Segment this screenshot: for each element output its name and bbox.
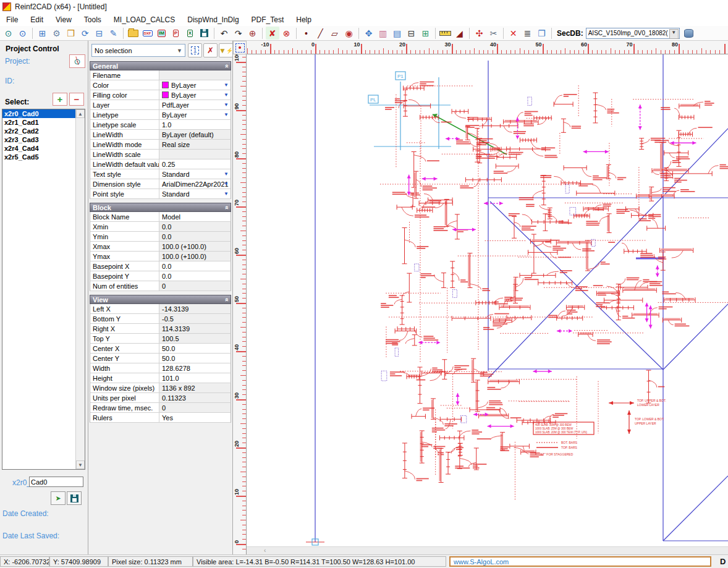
menu-file[interactable]: File — [0, 15, 24, 24]
clear-selection-button[interactable]: ✗ — [203, 43, 218, 57]
package-icon[interactable]: ❒ — [64, 27, 78, 40]
draw-line-icon[interactable]: ╱ — [314, 27, 328, 40]
section-header-view[interactable]: View» — [90, 295, 231, 304]
redo-icon[interactable]: ↷ — [232, 27, 245, 40]
save-cad-button[interactable] — [67, 491, 82, 505]
property-value[interactable]: 50.0 — [159, 344, 231, 353]
preview-cad-icon[interactable]: ⊙ — [16, 27, 30, 40]
plan-window-icon[interactable]: ✥ — [362, 27, 376, 40]
menu-pdf_test[interactable]: PDF_Test — [245, 15, 290, 24]
cad-list-item[interactable]: x2r1_Cad1 — [2, 118, 85, 127]
cad-list-item[interactable]: x2r2_Cad2 — [2, 127, 85, 135]
delete-all-icon[interactable]: ✕ — [507, 27, 520, 40]
draw-point-icon[interactable]: • — [300, 27, 313, 40]
preview-project-icon[interactable]: ⊙ — [2, 27, 15, 40]
book-window-icon[interactable]: ▤ — [391, 27, 404, 40]
collapse-icon[interactable]: » — [222, 297, 230, 301]
apply-rename-button[interactable]: ➤ — [51, 491, 66, 505]
property-value[interactable]: 0.0 — [159, 222, 231, 231]
rename-input[interactable] — [29, 477, 83, 487]
property-value[interactable]: 128.6278 — [159, 363, 231, 373]
property-value[interactable]: ByLayer (default) — [159, 130, 231, 139]
slope-icon[interactable]: ◢ — [453, 27, 467, 40]
dropdown-icon[interactable]: ▼ — [224, 112, 229, 117]
property-value[interactable]: 100.5 — [159, 334, 231, 343]
reinf-plan-icon[interactable]: ✣ — [473, 27, 486, 40]
property-value[interactable]: 1.0 — [159, 120, 231, 129]
dropdown-icon[interactable]: ▼ — [224, 82, 229, 88]
property-value[interactable]: 100.0 (+100.0) — [159, 252, 231, 261]
property-value[interactable]: Yes — [159, 413, 231, 422]
secdb-combo[interactable]: AISC_V150Imp_0V0_18082(▼ — [586, 28, 680, 39]
cad-list-item[interactable]: x2r0_Cad0 — [2, 109, 85, 118]
property-value[interactable]: 0 — [159, 403, 231, 412]
section-header-block[interactable]: Block» — [90, 203, 231, 212]
dropdown-icon[interactable]: ▼ — [224, 191, 229, 197]
show-count-button[interactable]: 1 — [188, 43, 202, 57]
horizontal-scrollbar[interactable]: ‹ — [247, 546, 728, 554]
menu-edit[interactable]: Edit — [24, 15, 49, 24]
add-cad-button[interactable]: + — [53, 93, 67, 106]
property-value[interactable]: 100.0 (+100.0) — [159, 242, 231, 251]
property-value[interactable]: ByLayer▼ — [159, 90, 231, 100]
property-value[interactable]: ArialDimen22Apr2021▼ — [159, 179, 231, 189]
delete-aux-icon[interactable]: ✘ — [266, 27, 279, 40]
open-icon[interactable] — [127, 27, 140, 40]
layer-list-icon[interactable]: ≣ — [521, 27, 535, 40]
property-value[interactable]: 0.25 — [159, 159, 231, 169]
property-value[interactable] — [159, 70, 231, 80]
property-value[interactable]: 1136 x 892 — [159, 383, 231, 392]
menu-mi_load_calcs[interactable]: MI_LOAD_CALCS — [108, 15, 181, 24]
selection-combo[interactable]: No selection ▼ — [91, 44, 185, 57]
property-value[interactable]: PdfLayer▼ — [159, 100, 231, 109]
section-header-general[interactable]: General» — [90, 61, 231, 70]
property-value[interactable]: Model — [159, 212, 231, 221]
save-all-icon[interactable]: ⊟ — [405, 27, 418, 40]
property-value[interactable]: 50.0 — [159, 354, 231, 363]
edit-project-icon[interactable]: ✎ — [107, 27, 121, 40]
dropdown-icon[interactable]: ▼ — [224, 102, 229, 108]
filter-button[interactable]: ▼⚡ — [219, 43, 233, 57]
property-value[interactable]: 0.11323 — [159, 393, 231, 402]
property-value[interactable]: 0 — [159, 281, 231, 290]
scroll-up-icon[interactable]: ▲ — [76, 109, 85, 118]
property-value[interactable]: Standard▼ — [159, 169, 231, 179]
new-project-icon[interactable]: ⊞ — [36, 27, 49, 40]
draw-polyline-icon[interactable]: ▱ — [328, 27, 342, 40]
menu-tools[interactable]: Tools — [78, 15, 108, 24]
save-icon[interactable] — [198, 27, 211, 40]
dropdown-icon[interactable]: ▼ — [224, 92, 229, 98]
cad-list-item[interactable]: x2r4_Cad4 — [2, 144, 85, 153]
measure-ruler-icon[interactable] — [439, 27, 452, 40]
cad-list-item[interactable]: x2r5_Cad5 — [2, 153, 85, 161]
menu-view[interactable]: View — [49, 15, 78, 24]
project-settings-icon[interactable]: ⚙ — [50, 27, 64, 40]
list-scrollbar[interactable]: ▲▼ — [75, 109, 85, 469]
delete-selection-icon[interactable]: ⊗ — [280, 27, 294, 40]
pink-window-icon[interactable]: ▥ — [376, 27, 390, 40]
collapse-icon[interactable]: » — [222, 64, 230, 67]
property-value[interactable]: ByLayer▼ — [159, 80, 231, 90]
drawing-canvas[interactable]: P1PLTOP. UPPER & BOT.LOWER LAYERTOP. LOW… — [247, 54, 728, 546]
collapse-icon[interactable]: » — [222, 205, 230, 209]
tools-icon[interactable]: ✂ — [487, 27, 501, 40]
save-project-icon[interactable]: ⊟ — [93, 27, 106, 40]
remove-cad-button[interactable]: − — [69, 93, 84, 106]
property-value[interactable]: ByLayer▼ — [159, 110, 231, 119]
property-value[interactable]: 0.0 — [159, 232, 231, 241]
cad-list-item[interactable]: x2r3_Cad3 — [2, 135, 85, 144]
dxf-import-icon[interactable]: DXF — [141, 27, 154, 40]
status-website-link[interactable]: www.S-AlgoL.com — [449, 556, 711, 567]
property-value[interactable]: 0.0 — [159, 271, 231, 281]
property-value[interactable]: 101.0 — [159, 373, 231, 383]
pdf-export-icon[interactable]: P — [169, 27, 183, 40]
zoom-extents-icon[interactable]: ⊕ — [246, 27, 260, 40]
menu-dispwnd_indlg[interactable]: DispWnd_InDlg — [181, 15, 245, 24]
dropdown-icon[interactable]: ▼ — [224, 181, 229, 187]
property-value[interactable]: -0.5 — [159, 314, 231, 323]
property-value[interactable] — [159, 150, 231, 159]
property-value[interactable]: 0.0 — [159, 261, 231, 271]
undo-icon[interactable]: ↶ — [218, 27, 231, 40]
refresh-project-icon[interactable]: ⟳ — [78, 27, 92, 40]
excel-export-icon[interactable]: X — [184, 27, 197, 40]
